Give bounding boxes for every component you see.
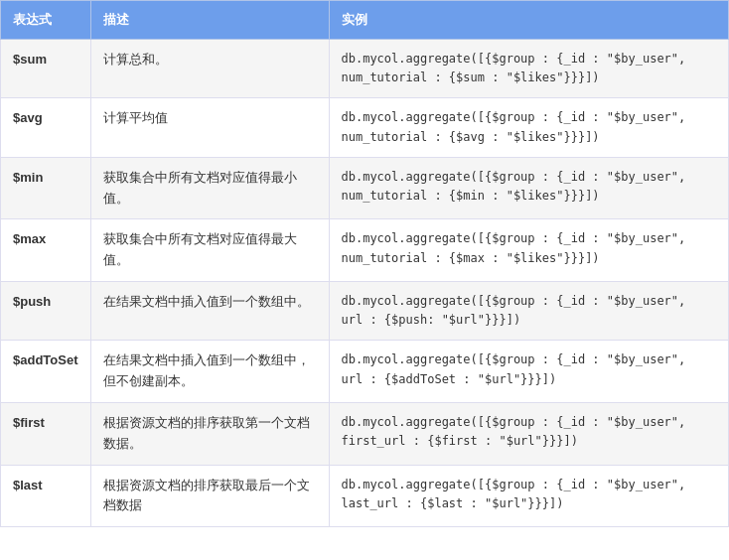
table-row: $max获取集合中所有文档对应值得最大值。db.mycol.aggregate(…	[1, 219, 729, 282]
cell-example: db.mycol.aggregate([{$group : {_id : "$b…	[329, 341, 729, 403]
cell-expr: $first	[1, 402, 91, 465]
table-row: $min获取集合中所有文档对应值得最小值。db.mycol.aggregate(…	[1, 157, 729, 219]
cell-example: db.mycol.aggregate([{$group : {_id : "$b…	[329, 281, 729, 340]
cell-desc: 计算平均值	[90, 98, 329, 157]
cell-desc: 根据资源文档的排序获取第一个文档数据。	[90, 402, 329, 465]
cell-desc: 在结果文档中插入值到一个数组中，但不创建副本。	[90, 341, 329, 403]
cell-example: db.mycol.aggregate([{$group : {_id : "$b…	[329, 219, 729, 282]
table-header: 表达式 描述 实例	[1, 1, 729, 40]
cell-example: db.mycol.aggregate([{$group : {_id : "$b…	[329, 157, 729, 219]
table-row: $last根据资源文档的排序获取最后一个文档数据db.mycol.aggrega…	[1, 465, 729, 527]
header-expr: 表达式	[1, 1, 91, 40]
cell-expr: $sum	[1, 40, 91, 98]
table-row: $push在结果文档中插入值到一个数组中。db.mycol.aggregate(…	[1, 281, 729, 340]
table-row: $first根据资源文档的排序获取第一个文档数据。db.mycol.aggreg…	[1, 402, 729, 465]
cell-example: db.mycol.aggregate([{$group : {_id : "$b…	[329, 40, 729, 98]
cell-expr: $addToSet	[1, 341, 91, 403]
table-row: $sum计算总和。db.mycol.aggregate([{$group : {…	[1, 40, 729, 98]
table-row: $avg计算平均值db.mycol.aggregate([{$group : {…	[1, 98, 729, 157]
cell-desc: 在结果文档中插入值到一个数组中。	[90, 281, 329, 340]
cell-expr: $max	[1, 219, 91, 282]
cell-example: db.mycol.aggregate([{$group : {_id : "$b…	[329, 98, 729, 157]
header-desc: 描述	[90, 1, 329, 40]
aggregate-table: 表达式 描述 实例 $sum计算总和。db.mycol.aggregate([{…	[0, 0, 729, 527]
header-example: 实例	[329, 1, 729, 40]
cell-desc: 计算总和。	[90, 40, 329, 98]
cell-expr: $push	[1, 281, 91, 340]
cell-desc: 根据资源文档的排序获取最后一个文档数据	[90, 465, 329, 527]
cell-expr: $min	[1, 157, 91, 219]
cell-expr: $avg	[1, 98, 91, 157]
cell-desc: 获取集合中所有文档对应值得最小值。	[90, 157, 329, 219]
table-row: $addToSet在结果文档中插入值到一个数组中，但不创建副本。db.mycol…	[1, 341, 729, 403]
cell-example: db.mycol.aggregate([{$group : {_id : "$b…	[329, 465, 729, 527]
cell-desc: 获取集合中所有文档对应值得最大值。	[90, 219, 329, 282]
cell-example: db.mycol.aggregate([{$group : {_id : "$b…	[329, 402, 729, 465]
cell-expr: $last	[1, 465, 91, 527]
